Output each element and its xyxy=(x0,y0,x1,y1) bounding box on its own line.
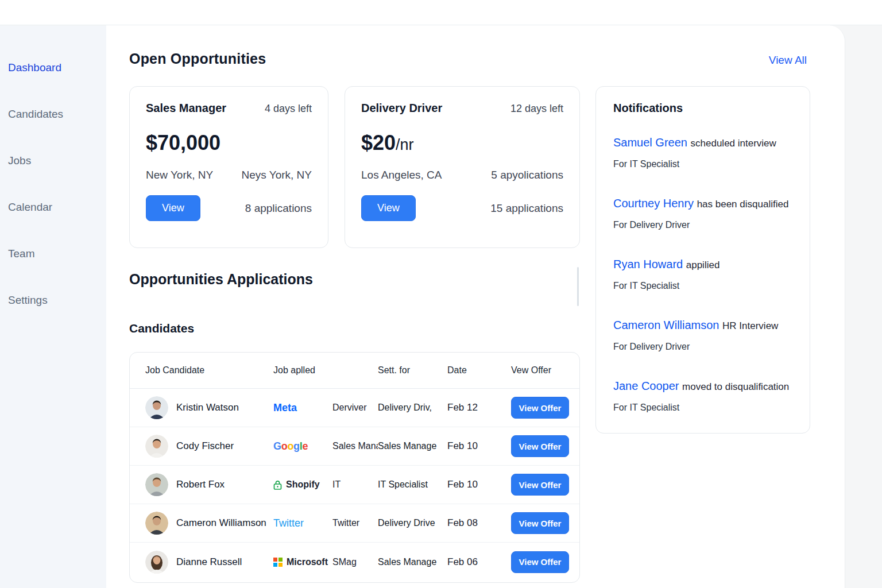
candidates-table: Job Candidate Job aplled Sett. for Date … xyxy=(129,352,580,583)
notification-item: Samuel Green scheduled interview For IT … xyxy=(613,136,792,170)
salary-value: $70,000 xyxy=(146,131,312,155)
avatar xyxy=(145,551,168,574)
sidebar-item-settings[interactable]: Settings xyxy=(8,292,106,308)
applications-count: 15 applications xyxy=(490,202,563,215)
sett-for-text: Sales Manage xyxy=(378,441,447,451)
applications-mid-count: 5 apyolications xyxy=(491,169,563,181)
candidate-name: Cody Fischer xyxy=(176,440,234,452)
opportunity-card-sales-manager: Sales Manager 4 days left $70,000 New Yo… xyxy=(129,86,328,248)
candidate-name: Cameron Williamson xyxy=(176,517,266,529)
scrollbar-thumb[interactable] xyxy=(577,267,579,306)
notification-for: For Delivery Driver xyxy=(613,341,792,353)
notification-item: Jane Cooper moved to disqualification Fo… xyxy=(613,379,792,413)
notification-item: Cameron Williamson HR Interview For Deli… xyxy=(613,318,792,353)
opportunity-card-delivery-driver: Delivery Driver 12 days left $20/nr Los … xyxy=(345,86,580,248)
lock-icon xyxy=(273,480,282,490)
days-left-label: 4 days left xyxy=(265,103,312,115)
top-bar xyxy=(0,0,882,25)
google-logo-icon: Google xyxy=(273,440,308,452)
candidate-name: Dianne Russell xyxy=(176,556,242,568)
candidate-name-link[interactable]: Courtney Henry xyxy=(613,197,694,210)
job-location: New York, NY xyxy=(146,169,213,181)
sett-for-text: Sales Manage xyxy=(378,557,447,567)
job-applied-text: SMag xyxy=(332,557,378,567)
sidebar: Dashboard Candidates Jobs Calendar Team … xyxy=(0,26,106,588)
notification-item: Courtney Henry has been disqualified For… xyxy=(613,196,792,231)
applications-count: 8 applications xyxy=(245,202,312,215)
table-row: Cody Fischer Google Sales Mana Sales Man… xyxy=(130,427,579,466)
table-row: Robert Fox Shopify IT IT Specialist Feb … xyxy=(130,466,579,504)
candidate-name-link[interactable]: Jane Cooper xyxy=(613,380,679,392)
meta-logo-icon: Meta xyxy=(273,402,297,414)
sidebar-item-calendar[interactable]: Calendar xyxy=(8,199,106,215)
google-letter: o xyxy=(281,440,288,452)
shopify-logo-label: Shopify xyxy=(286,479,320,490)
view-all-link[interactable]: View All xyxy=(769,54,807,67)
table-header-row: Job Candidate Job aplled Sett. for Date … xyxy=(130,353,579,389)
candidate-name-link[interactable]: Samuel Green xyxy=(613,136,687,149)
column-header-date: Date xyxy=(447,365,511,376)
google-letter: o xyxy=(287,440,293,452)
microsoft-logo-icon xyxy=(273,558,283,567)
open-opportunities-row: Sales Manager 4 days left $70,000 New Yo… xyxy=(129,86,580,248)
column-header-job-candidate: Job Candidate xyxy=(145,365,273,376)
view-offer-button[interactable]: View Offer xyxy=(511,435,569,457)
avatar xyxy=(145,473,168,496)
notification-action: HR Interview xyxy=(722,320,778,331)
sidebar-item-dashboard[interactable]: Dashboard xyxy=(8,59,106,76)
salary-value: $20/nr xyxy=(361,131,563,155)
notification-for: For IT Specialist xyxy=(613,280,792,292)
notification-item: Ryan Howard appilied For IT Specialist xyxy=(613,257,792,292)
sidebar-item-jobs[interactable]: Jobs xyxy=(8,152,106,169)
application-date: Feb 10 xyxy=(447,479,511,490)
google-letter: e xyxy=(303,440,308,452)
job-applied-text: Twitter xyxy=(332,518,378,528)
notification-action: appilied xyxy=(686,260,720,270)
notification-action: scheduled interview xyxy=(691,138,776,149)
candidate-name: Kristin Watson xyxy=(176,402,239,413)
application-date: Feb 08 xyxy=(447,517,511,529)
main-content: Open Opportunities View All Sales Manage… xyxy=(106,25,845,588)
notification-action: has been disqualified xyxy=(697,199,789,210)
notification-for: For IT Specialist xyxy=(613,158,792,170)
view-button[interactable]: View xyxy=(361,195,416,221)
job-applied-text: Sales Mana xyxy=(332,441,378,451)
job-applied-text: Derviver xyxy=(332,403,378,413)
application-date: Feb 12 xyxy=(447,402,511,413)
candidate-name-link[interactable]: Cameron Williamson xyxy=(613,319,719,331)
sidebar-item-team[interactable]: Team xyxy=(8,245,106,262)
applications-section-title: Opportunities Applications xyxy=(129,271,313,288)
candidates-section-title: Candidates xyxy=(129,322,194,335)
view-offer-button[interactable]: View Offer xyxy=(511,512,569,534)
job-location-secondary: Neys York, NY xyxy=(242,169,312,181)
sett-for-text: Delivery Drive xyxy=(378,518,447,528)
table-row: Kristin Watson Meta Derviver Delivery Dr… xyxy=(130,389,579,427)
candidate-name: Robert Fox xyxy=(176,479,225,490)
days-left-label: 12 days left xyxy=(510,103,563,115)
google-letter: G xyxy=(273,440,281,452)
google-letter: g xyxy=(293,440,300,452)
notification-action: moved to disqualification xyxy=(682,381,789,392)
job-title: Delivery Driver xyxy=(361,102,442,115)
column-header-sett-for: Sett. for xyxy=(378,365,447,376)
avatar xyxy=(145,396,168,419)
avatar xyxy=(145,435,168,458)
notification-for: For IT Specialist xyxy=(613,402,792,413)
job-location: Los Angeles, CA xyxy=(361,169,442,181)
sett-for-text: Delivery Driv, xyxy=(378,403,447,413)
view-button[interactable]: View xyxy=(146,195,200,221)
view-offer-button[interactable]: View Offer xyxy=(511,397,569,419)
salary-amount: $70,000 xyxy=(146,131,220,154)
candidate-name-link[interactable]: Ryan Howard xyxy=(613,258,683,270)
salary-suffix: /nr xyxy=(396,136,414,153)
job-applied-text: IT xyxy=(332,479,378,490)
application-date: Feb 10 xyxy=(447,440,511,452)
page-title: Open Opportunities xyxy=(129,51,266,67)
sidebar-item-candidates[interactable]: Candidates xyxy=(8,106,106,122)
notification-for: For Delivery Driver xyxy=(613,219,792,231)
column-header-job-applied: Job aplled xyxy=(273,365,378,376)
view-offer-button[interactable]: View Offer xyxy=(511,551,569,573)
table-row: Dianne Russell Microsoft SMag Sales Mana… xyxy=(130,543,579,581)
view-offer-button[interactable]: View Offer xyxy=(511,474,569,496)
column-header-view-offer: Vew Offer xyxy=(511,365,579,376)
